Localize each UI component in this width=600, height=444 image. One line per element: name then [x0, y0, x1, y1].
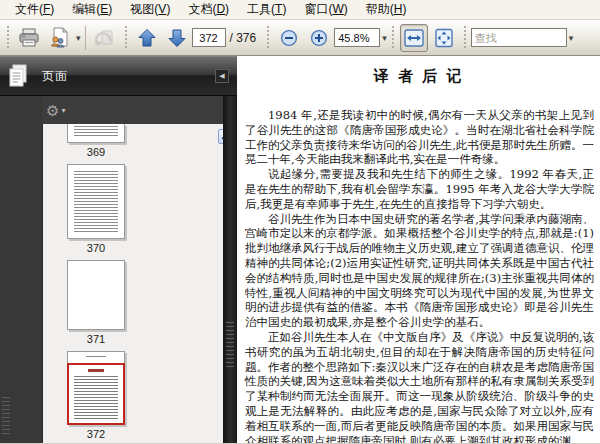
page-thumbnail-371[interactable] [67, 260, 125, 330]
previous-page-button[interactable] [133, 24, 161, 52]
next-page-button[interactable] [163, 24, 191, 52]
current-view-highlight [67, 363, 125, 425]
panel-tab-strip [0, 96, 42, 443]
fit-page-icon [433, 28, 455, 48]
menu-edit[interactable]: 编辑(E) [63, 0, 121, 20]
zoom-in-button[interactable] [305, 24, 333, 52]
fit-width-button[interactable] [400, 24, 428, 52]
zoom-dropdown-caret[interactable]: ▾ [382, 33, 387, 43]
pages-icon [8, 64, 28, 88]
fit-width-icon [403, 28, 425, 48]
toolbar-grip[interactable] [390, 26, 396, 50]
menu-view[interactable]: 视图(V) [121, 0, 179, 20]
zoom-out-icon [280, 29, 298, 47]
menu-bar: 文件(F) 编辑(E) 视图(V) 文档(D) 工具(T) 窗口(W) 帮助(H… [0, 0, 600, 20]
thumbnail-title-preview [88, 369, 104, 372]
thumbnail-text-preview [74, 126, 118, 138]
navigation-sidebar: 页面 ◀ ⚙ ▾ 369 [0, 56, 237, 443]
menu-file[interactable]: 文件(F) [6, 0, 63, 20]
paragraph: 正如谷川先生本人在《中文版自序》及《序说》中反复说明的,该书研究的虽为五胡北朝史… [245, 330, 594, 443]
thumbnail-options-bar: ⚙ ▾ [42, 96, 237, 124]
gear-dropdown-caret[interactable]: ▾ [61, 106, 65, 115]
page-thumbnail-369[interactable] [67, 124, 125, 143]
pages-panel-title: 页面 [42, 68, 68, 85]
toolbar-grip[interactable] [462, 26, 468, 50]
menu-document[interactable]: 文档(D) [179, 0, 238, 20]
zoom-out-button[interactable] [275, 24, 303, 52]
previous-view-button [91, 24, 119, 52]
toolbar-separator [85, 26, 86, 50]
current-page-input[interactable] [192, 28, 226, 47]
previous-view-icon [94, 27, 116, 49]
collaborate-button[interactable] [45, 24, 73, 52]
page-thumbnail-370[interactable] [67, 164, 125, 239]
thumbnail-page-label: 371 [67, 330, 125, 351]
document-view[interactable]: 译 者 后 记 1984 年,还是我读初中的时候,偶尔有一天从父亲的书架上见到了… [237, 56, 600, 443]
thumbnail-text-preview [74, 171, 118, 232]
document-title: 译 者 后 记 [237, 67, 600, 86]
toolbar-grip[interactable] [265, 26, 271, 50]
thumbnail-page-label: 372 [67, 425, 125, 443]
thumbnail-page-label: 369 [67, 143, 125, 164]
splitter-grip[interactable] [226, 322, 234, 368]
toolbar-grip[interactable] [123, 26, 129, 50]
resize-grip[interactable] [2, 397, 10, 435]
page-thumbnail-372[interactable] [67, 351, 125, 425]
menu-help[interactable]: 帮助(H) [357, 0, 416, 20]
toolbar: ▾ [0, 20, 600, 56]
print-icon [18, 28, 40, 48]
thumbnail-text-preview [74, 376, 118, 419]
toolbar-grip[interactable] [5, 26, 11, 50]
find-dropdown-caret[interactable]: ▾ [569, 33, 574, 43]
print-button[interactable] [15, 24, 43, 52]
gear-icon[interactable]: ⚙ [46, 103, 59, 118]
menu-tools[interactable]: 工具(T) [238, 0, 295, 20]
thumbnail-page-label: 370 [67, 239, 125, 260]
paragraph: 说起缘分,需要提及我和先生结下的师生之缘。1992 年春天,正是在先生的帮助下,… [245, 167, 594, 211]
menu-window[interactable]: 窗口(W) [295, 0, 356, 20]
document-text: 1984 年,还是我读初中的时候,偶尔有一天从父亲的书架上见到了谷川先生的这部《… [245, 108, 594, 443]
zoom-level-input[interactable] [334, 28, 380, 47]
zoom-in-icon [310, 29, 328, 47]
collaborate-dropdown-caret[interactable]: ▾ [76, 33, 81, 43]
page-down-arrow-icon [167, 28, 187, 48]
pages-panel-header[interactable]: 页面 ◀ [0, 56, 237, 96]
fit-page-button[interactable] [430, 24, 458, 52]
paragraph: 1984 年,还是我读初中的时候,偶尔有一天从父亲的书架上见到了谷川先生的这部《… [245, 108, 594, 167]
page-up-arrow-icon [137, 28, 157, 48]
workspace: 页面 ◀ ⚙ ▾ 369 [0, 56, 600, 443]
collaborate-icon [48, 27, 70, 49]
paragraph: 谷川先生作为日本中国史研究的著名学者,其学问秉承内藤湖南、宫崎市定以来的京都学派… [245, 212, 594, 330]
thumbnail-header-line [86, 356, 106, 357]
collapse-panel-button[interactable]: ◀ [215, 69, 229, 83]
panel-splitter[interactable] [223, 96, 237, 443]
thumbnails-panel: 369 370 371 [42, 124, 237, 443]
page-total-label: / 376 [230, 31, 257, 45]
find-input[interactable] [471, 28, 567, 47]
